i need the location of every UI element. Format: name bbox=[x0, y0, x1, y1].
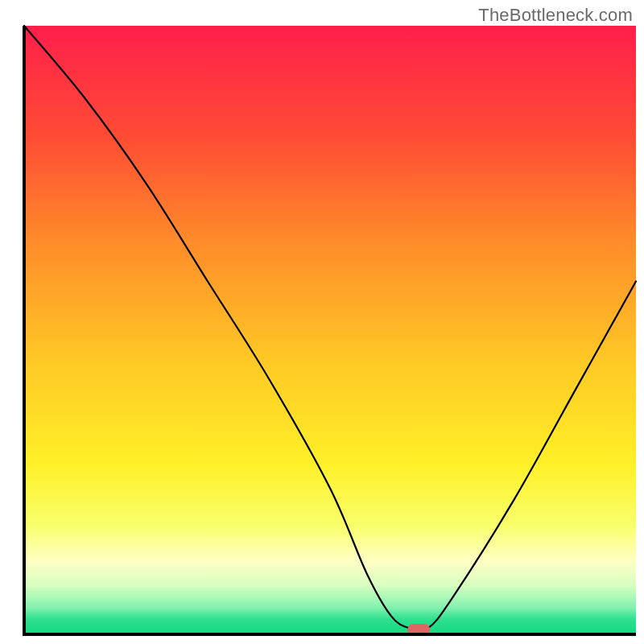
chart-background bbox=[24, 26, 636, 634]
chart-wrapper: TheBottleneck.com bbox=[0, 0, 644, 644]
attribution-text: TheBottleneck.com bbox=[478, 5, 633, 26]
bottleneck-chart bbox=[0, 0, 644, 644]
